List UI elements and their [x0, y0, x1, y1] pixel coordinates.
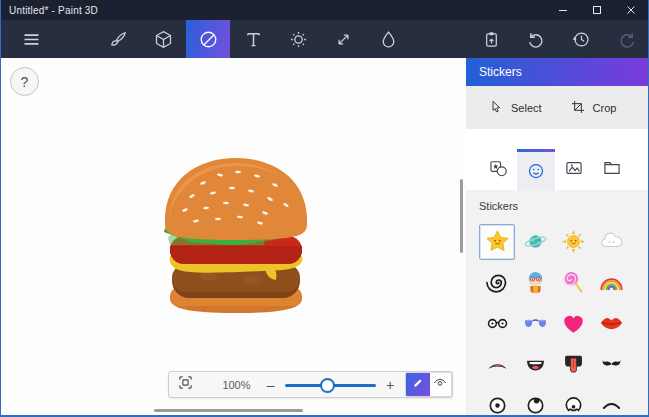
select-label: Select	[511, 102, 542, 114]
sticker-eye-center-pupil[interactable]	[479, 388, 515, 417]
planet-sticker-icon	[522, 228, 549, 255]
pen-mode-button[interactable]	[406, 373, 429, 396]
hamburger-3d-model[interactable]	[158, 152, 314, 322]
sticker-lips[interactable]	[593, 306, 629, 342]
vertical-scrollbar[interactable]	[460, 179, 463, 253]
sticker-mustache[interactable]	[593, 347, 629, 383]
effects-tool-button[interactable]	[276, 20, 320, 58]
3d-library-icon	[378, 29, 399, 50]
texture-stickers-icon	[564, 158, 584, 181]
undo-icon	[526, 29, 547, 50]
canvas-icon	[333, 29, 354, 50]
tab-emoji-stickers[interactable]	[517, 149, 555, 195]
sticker-eye-closed[interactable]	[593, 388, 629, 417]
drawing-canvas[interactable]: ?	[1, 58, 466, 415]
menu-button-slot	[9, 20, 51, 58]
paint3d-window: Untitled* - Paint 3D ?	[0, 0, 649, 417]
3d-library-tool-button[interactable]	[366, 20, 410, 58]
eye-icon	[432, 375, 448, 395]
eye-closed-sticker-icon	[598, 392, 625, 417]
custom-stickers-icon	[602, 158, 622, 181]
sticker-sunglasses[interactable]	[517, 306, 553, 342]
sticker-open-smile-mouth[interactable]	[517, 347, 553, 383]
eye-top-pupil-sticker-icon	[522, 392, 549, 417]
view-3d-button[interactable]	[430, 373, 451, 396]
zoom-slider[interactable]	[285, 373, 376, 397]
shape-stickers-icon	[488, 158, 508, 181]
close-button[interactable]	[614, 0, 648, 20]
redo-tool-button[interactable]	[604, 20, 648, 58]
window-controls	[546, 0, 648, 20]
star-sticker-icon	[484, 228, 511, 255]
toolbar-tools	[96, 20, 410, 58]
heart-sticker-icon	[560, 310, 587, 337]
brush-tool-button[interactable]	[96, 20, 140, 58]
sticker-spiral[interactable]	[479, 265, 515, 301]
effects-icon	[288, 29, 309, 50]
pencil-icon	[411, 375, 426, 394]
sticker-eye-top-pupil[interactable]	[517, 388, 553, 417]
sunglasses-sticker-icon	[522, 310, 549, 337]
crop-icon	[570, 99, 586, 117]
view-mode-toggle	[405, 372, 452, 397]
sticker-rainbow[interactable]	[593, 265, 629, 301]
zoom-level-value: 100%	[220, 379, 252, 391]
crop-label: Crop	[593, 102, 617, 114]
canvas-tool-button[interactable]	[321, 20, 365, 58]
open-smile-mouth-sticker-icon	[522, 351, 549, 378]
maximize-button[interactable]	[580, 0, 614, 20]
sticker-planet[interactable]	[517, 224, 553, 260]
undo-tool-button[interactable]	[514, 20, 558, 58]
crop-button[interactable]: Crop	[570, 99, 617, 117]
stickers-icon	[198, 29, 219, 50]
panel-title: Stickers	[466, 58, 648, 86]
frown-mouth-sticker-icon	[484, 351, 511, 378]
toolbar	[1, 20, 648, 58]
mustache-sticker-icon	[598, 351, 625, 378]
tab-custom-stickers[interactable]	[593, 149, 631, 190]
sticker-goggle-kid[interactable]	[517, 265, 553, 301]
sticker-sun[interactable]	[555, 224, 591, 260]
sticker-lollipop[interactable]	[555, 265, 591, 301]
text-tool-button[interactable]	[231, 20, 275, 58]
zoom-in-button[interactable]: +	[384, 377, 396, 393]
zoom-out-button[interactable]: –	[265, 377, 277, 393]
emoji-stickers-icon	[526, 161, 546, 184]
minimize-icon	[558, 5, 568, 15]
history-icon	[571, 29, 592, 50]
titlebar: Untitled* - Paint 3D	[1, 0, 648, 20]
help-button[interactable]: ?	[10, 67, 39, 96]
window-title: Untitled* - Paint 3D	[1, 5, 98, 16]
sticker-cloud[interactable]	[593, 224, 629, 260]
history-tool-button[interactable]	[559, 20, 603, 58]
horizontal-scrollbar[interactable]	[154, 409, 303, 412]
panel-actions: Select Crop	[466, 86, 648, 129]
sticker-star[interactable]	[479, 224, 515, 260]
sticker-grid	[478, 221, 648, 417]
sticker-tongue-out-mouth[interactable]	[555, 347, 591, 383]
3d-shapes-tool-button[interactable]	[141, 20, 185, 58]
eye-center-pupil-sticker-icon	[484, 392, 511, 417]
selected-tab-indicator	[517, 149, 555, 152]
menu-button[interactable]	[9, 20, 53, 58]
sticker-eye-droopy[interactable]	[555, 388, 591, 417]
lips-sticker-icon	[598, 310, 625, 337]
sticker-round-glasses[interactable]	[479, 306, 515, 342]
brush-icon	[108, 29, 129, 50]
minimize-button[interactable]	[546, 0, 580, 20]
3d-shapes-icon	[153, 29, 174, 50]
sticker-heart[interactable]	[555, 306, 591, 342]
tab-shape-stickers[interactable]	[479, 149, 517, 190]
fit-to-window-button[interactable]	[175, 373, 196, 397]
zoom-slider-thumb[interactable]	[320, 378, 335, 393]
stickers-tool-button[interactable]	[186, 20, 230, 58]
zoom-toolbar: 100% – +	[168, 371, 453, 398]
rainbow-sticker-icon	[598, 269, 625, 296]
paste-tool-button[interactable]	[469, 20, 513, 58]
toolbar-history-tools	[469, 20, 648, 58]
select-cursor-icon	[488, 99, 504, 117]
select-button[interactable]: Select	[488, 99, 542, 117]
sticker-frown-mouth[interactable]	[479, 347, 515, 383]
paste-icon	[481, 29, 502, 50]
tab-texture-stickers[interactable]	[555, 149, 593, 190]
